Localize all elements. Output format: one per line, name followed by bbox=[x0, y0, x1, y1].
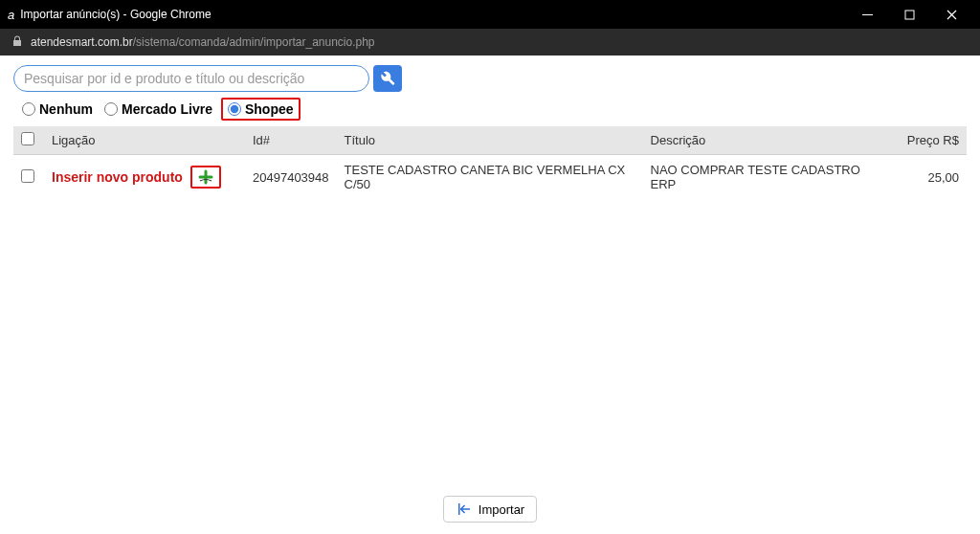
header-descricao: Descrição bbox=[643, 126, 890, 155]
search-button[interactable] bbox=[373, 65, 402, 92]
row-checkbox[interactable] bbox=[21, 169, 34, 183]
add-product-button[interactable] bbox=[190, 166, 221, 189]
radio-mercado-livre[interactable]: Mercado Livre bbox=[101, 101, 215, 117]
close-button[interactable] bbox=[930, 0, 972, 29]
radio-nenhum-label: Nenhum bbox=[39, 101, 93, 117]
cell-ligacao: Inserir novo produto bbox=[44, 155, 245, 200]
header-id: Id# bbox=[245, 126, 337, 155]
url-path: /sistema/comanda/admin/importar_anuncio.… bbox=[133, 35, 375, 49]
window-titlebar: a Importar anúncio(s) - Google Chrome bbox=[0, 0, 980, 29]
import-button-label: Importar bbox=[479, 502, 524, 517]
radio-shopee-input[interactable] bbox=[228, 102, 241, 116]
import-button[interactable]: Importar bbox=[443, 496, 537, 523]
radio-nenhum-input[interactable] bbox=[22, 102, 35, 116]
url-host: atendesmart.com.br bbox=[31, 35, 133, 49]
row-checkbox-cell bbox=[13, 155, 44, 200]
radio-shopee-label: Shopee bbox=[245, 101, 294, 117]
lock-icon bbox=[11, 35, 23, 50]
app-icon: a bbox=[8, 8, 14, 22]
header-preco: Preço R$ bbox=[890, 126, 967, 155]
svg-rect-0 bbox=[905, 11, 914, 19]
plus-icon bbox=[198, 169, 213, 185]
radio-mercado-livre-input[interactable] bbox=[104, 102, 118, 116]
cell-titulo: TESTE CADASTRO CANETA BIC VERMELHA CX C/… bbox=[337, 155, 643, 200]
radio-shopee[interactable]: Shopee bbox=[221, 98, 301, 121]
filter-radios: Nenhum Mercado Livre Shopee bbox=[13, 98, 967, 121]
header-checkbox-cell bbox=[13, 126, 44, 155]
window-title: Importar anúncio(s) - Google Chrome bbox=[20, 8, 846, 21]
search-row bbox=[13, 65, 967, 92]
window-controls bbox=[846, 0, 972, 29]
minimize-button[interactable] bbox=[846, 0, 888, 29]
radio-mercado-livre-label: Mercado Livre bbox=[122, 101, 212, 117]
cell-preco: 25,00 bbox=[890, 155, 967, 200]
header-ligacao: Ligação bbox=[44, 126, 245, 155]
results-table: Ligação Id# Título Descrição Preço R$ In… bbox=[13, 126, 967, 199]
search-input[interactable] bbox=[13, 65, 369, 92]
page-content: Nenhum Mercado Livre Shopee Ligação Id# … bbox=[0, 56, 980, 488]
cell-id: 20497403948 bbox=[245, 155, 337, 200]
wrench-icon bbox=[380, 71, 395, 86]
select-all-checkbox[interactable] bbox=[21, 132, 34, 145]
address-bar[interactable]: atendesmart.com.br/sistema/comanda/admin… bbox=[0, 29, 980, 56]
footer-bar: Importar bbox=[0, 488, 980, 534]
maximize-button[interactable] bbox=[888, 0, 930, 29]
radio-nenhum[interactable]: Nenhum bbox=[19, 101, 96, 117]
import-icon bbox=[456, 501, 473, 518]
inserir-novo-produto-link[interactable]: Inserir novo produto bbox=[52, 169, 183, 185]
header-titulo: Título bbox=[337, 126, 643, 155]
cell-descricao: NAO COMPRAR TESTE CADASTRO ERP bbox=[643, 155, 890, 200]
table-row: Inserir novo produto 20497403948 TESTE C… bbox=[13, 155, 967, 200]
table-header-row: Ligação Id# Título Descrição Preço R$ bbox=[13, 126, 967, 155]
